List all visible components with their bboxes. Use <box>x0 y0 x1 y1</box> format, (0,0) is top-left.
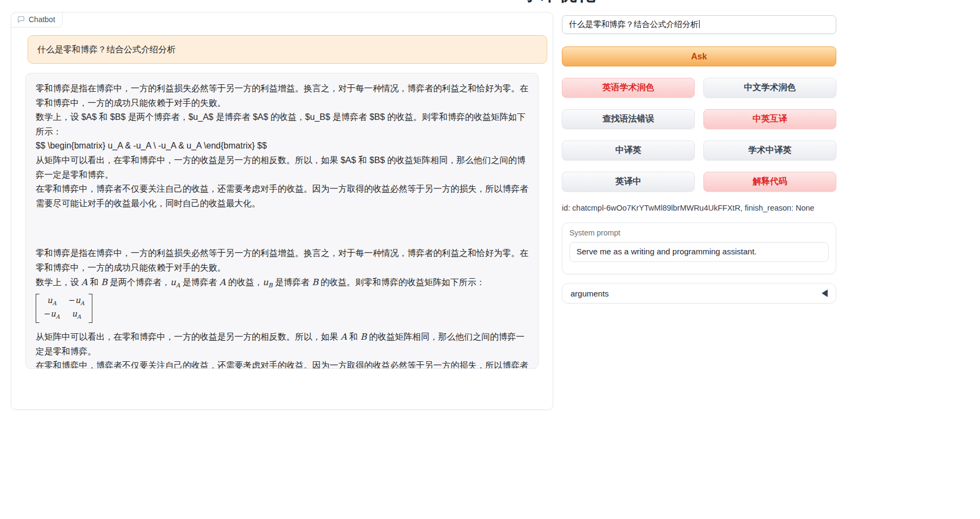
fn-button-english-polish[interactable]: 英语学术润色 <box>562 78 695 98</box>
user-message: 什么是零和博弈？结合公式介绍分析 <box>28 35 547 64</box>
matrix-left-bracket <box>36 294 39 323</box>
bot-rendered-paragraph-4: 在零和博弈中，博弈者不仅要关注自己的收益，还需要考虑对手的收益。因为一方取得的收… <box>36 359 528 369</box>
page-title: ChatGPT 学术优化 <box>0 0 980 6</box>
payoff-matrix: uA−uA−uAuA <box>36 293 528 330</box>
system-prompt-value: Serve me as a writing and programming as… <box>576 247 756 256</box>
fn-button-en-to-zh[interactable]: 英译中 <box>562 172 695 192</box>
fn-button-chinese-polish[interactable]: 中文学术润色 <box>703 78 836 98</box>
chatbot-label-text: Chatbot <box>29 15 55 24</box>
system-prompt-label: System prompt <box>569 228 829 237</box>
bot-source-paragraph-2: 数学上，设 $A$ 和 $B$ 是两个博弈者，$u_A$ 是博弈者 $A$ 的收… <box>36 110 528 139</box>
chatbot-panel: Chatbot 什么是零和博弈？结合公式介绍分析 零和博弈是指在博弈中，一方的利… <box>11 12 553 410</box>
fn-button-find-grammar[interactable]: 查找语法错误 <box>562 109 695 129</box>
chat-bubble-icon <box>17 16 25 23</box>
question-input-value: 什么是零和博弈？结合公式介绍分析 <box>569 19 700 29</box>
section-gap <box>36 211 528 246</box>
fn-button-explain-code[interactable]: 解释代码 <box>703 172 836 192</box>
question-input[interactable]: 什么是零和博弈？结合公式介绍分析 <box>562 15 836 34</box>
bot-rendered-paragraph-1: 零和博弈是指在博弈中，一方的利益损失必然等于另一方的利益增益。换言之，对于每一种… <box>36 246 528 275</box>
bot-rendered-paragraph-3: 从矩阵中可以看出，在零和博弈中，一方的收益是另一方的相反数。所以，如果 A 和 … <box>36 330 528 359</box>
bot-message: 零和博弈是指在博弈中，一方的利益损失必然等于另一方的利益增益。换言之，对于每一种… <box>25 73 539 369</box>
matrix-right-bracket <box>89 294 92 323</box>
matrix-cell: uA <box>44 295 60 308</box>
bot-source-paragraph-3: 从矩阵中可以看出，在零和博弈中，一方的收益是另一方的相反数。所以，如果 $A$ … <box>36 153 528 182</box>
chatbot-label: Chatbot <box>11 12 63 28</box>
system-prompt-input[interactable]: Serve me as a writing and programming as… <box>569 242 829 262</box>
bot-rendered-paragraph-2: 数学上，设 A 和 B 是两个博弈者，uA 是博弈者 A 的收益，uB 是博弈者… <box>36 275 528 293</box>
ask-button[interactable]: Ask <box>562 46 836 66</box>
bot-source-formula: $$ \begin{bmatrix} u_A & -u_A \ -u_A & u… <box>36 139 528 153</box>
matrix-cell: −uA <box>69 295 85 308</box>
bot-source-paragraph-1: 零和博弈是指在博弈中，一方的利益损失必然等于另一方的利益增益。换言之，对于每一种… <box>36 82 528 110</box>
fn-button-academic-zh-en[interactable]: 学术中译英 <box>703 140 836 160</box>
collapse-left-triangle-icon <box>822 289 828 297</box>
matrix-cell: −uA <box>44 308 60 322</box>
system-prompt-box: System prompt Serve me as a writing and … <box>562 223 836 274</box>
arguments-accordion[interactable]: arguments <box>562 283 836 304</box>
user-message-text: 什么是零和博弈？结合公式介绍分析 <box>37 45 176 54</box>
arguments-accordion-label: arguments <box>570 289 609 298</box>
fn-button-zh-to-en[interactable]: 中译英 <box>562 140 695 160</box>
bot-source-paragraph-4: 在零和博弈中，博弈者不仅要关注自己的收益，还需要考虑对手的收益。因为一方取得的收… <box>36 182 528 211</box>
matrix-cell: uA <box>69 308 85 322</box>
fn-button-zh-en-mutual[interactable]: 中英互译 <box>703 109 836 129</box>
status-line: id: chatcmpl-6wOo7KrYTwMl89lbrMWRu4UkFFX… <box>562 204 836 212</box>
